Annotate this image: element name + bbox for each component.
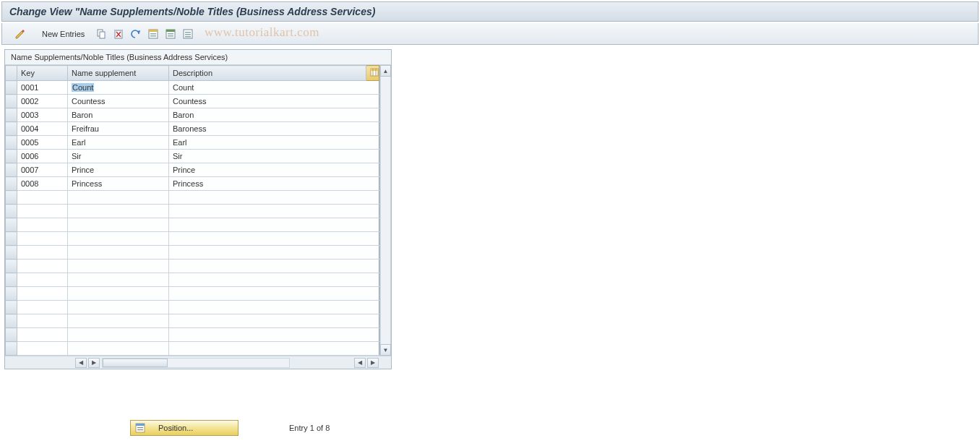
cell-description[interactable]: Baron [169, 108, 379, 122]
cell-empty[interactable] [169, 218, 379, 232]
cell-empty[interactable] [169, 191, 379, 205]
cell-empty[interactable] [68, 328, 169, 342]
configure-columns-button[interactable] [366, 66, 379, 81]
table-row-empty[interactable] [6, 287, 379, 301]
cell-empty[interactable] [169, 205, 379, 218]
cell-empty[interactable] [68, 191, 169, 205]
cell-supplement[interactable]: Princess [68, 177, 169, 191]
vertical-scrollbar[interactable]: ▲ ▼ [379, 65, 391, 356]
table-row-empty[interactable] [6, 314, 379, 328]
column-header-key[interactable]: Key [17, 66, 68, 81]
cell-empty[interactable] [17, 314, 68, 328]
row-selector[interactable] [6, 301, 17, 314]
cell-description[interactable]: Sir [169, 150, 379, 163]
cell-empty[interactable] [17, 273, 68, 287]
table-row-empty[interactable] [6, 191, 379, 205]
cell-description[interactable]: Countess [169, 95, 379, 108]
scroll-up-button[interactable]: ▲ [380, 65, 391, 77]
table-row[interactable]: 0004FreifrauBaroness [6, 122, 379, 136]
row-selector[interactable] [6, 81, 17, 95]
cell-empty[interactable] [169, 301, 379, 314]
cell-empty[interactable] [17, 246, 68, 260]
column-header-description[interactable]: Description [169, 66, 366, 81]
cell-empty[interactable] [169, 287, 379, 301]
copy-as-button[interactable] [94, 27, 108, 41]
cell-empty[interactable] [68, 260, 169, 273]
table-row[interactable]: 0003BaronBaron [6, 108, 379, 122]
cell-description[interactable]: Baroness [169, 122, 379, 136]
table-row[interactable]: 0002CountessCountess [6, 95, 379, 108]
cell-key[interactable]: 0006 [17, 150, 68, 163]
cell-key[interactable]: 0003 [17, 108, 68, 122]
cell-supplement[interactable]: Countess [68, 95, 169, 108]
cell-key[interactable]: 0004 [17, 122, 68, 136]
cell-description[interactable]: Earl [169, 136, 379, 150]
table-row-empty[interactable] [6, 342, 379, 356]
position-button[interactable]: Position... [130, 420, 238, 436]
cell-empty[interactable] [17, 287, 68, 301]
scroll-down-button[interactable]: ▼ [380, 344, 391, 356]
row-selector[interactable] [6, 314, 17, 328]
row-selector[interactable] [6, 260, 17, 273]
other-view-button[interactable] [8, 26, 33, 42]
cell-empty[interactable] [169, 246, 379, 260]
cell-supplement[interactable]: Count [68, 81, 169, 95]
cell-description[interactable]: Princess [169, 177, 379, 191]
table-row-empty[interactable] [6, 260, 379, 273]
cell-empty[interactable] [17, 218, 68, 232]
cell-supplement[interactable]: Sir [68, 150, 169, 163]
row-selector[interactable] [6, 218, 17, 232]
table-row[interactable]: 0005EarlEarl [6, 136, 379, 150]
cell-empty[interactable] [169, 232, 379, 246]
table-row[interactable]: 0001CountCount [6, 81, 379, 95]
row-selector[interactable] [6, 150, 17, 163]
row-selector[interactable] [6, 95, 17, 108]
table-row-empty[interactable] [6, 246, 379, 260]
scroll-first-button[interactable]: ▶ [88, 358, 100, 368]
scroll-track[interactable] [380, 77, 391, 344]
row-selector[interactable] [6, 205, 17, 218]
cell-empty[interactable] [68, 273, 169, 287]
cell-empty[interactable] [17, 260, 68, 273]
row-selector[interactable] [6, 342, 17, 356]
table-row-empty[interactable] [6, 273, 379, 287]
cell-key[interactable]: 0002 [17, 95, 68, 108]
h-scroll-thumb[interactable] [103, 359, 168, 367]
cell-empty[interactable] [68, 301, 169, 314]
cell-empty[interactable] [68, 314, 169, 328]
undo-button[interactable] [129, 27, 143, 41]
row-selector[interactable] [6, 191, 17, 205]
scroll-right-button[interactable]: ▶ [367, 358, 379, 368]
select-block-button[interactable] [163, 27, 178, 41]
row-selector[interactable] [6, 136, 17, 150]
cell-empty[interactable] [17, 342, 68, 356]
table-row[interactable]: 0006SirSir [6, 150, 379, 163]
cell-empty[interactable] [68, 232, 169, 246]
cell-key[interactable]: 0007 [17, 163, 68, 177]
cell-empty[interactable] [169, 314, 379, 328]
select-all-button[interactable] [146, 27, 160, 41]
cell-supplement[interactable]: Freifrau [68, 122, 169, 136]
cell-empty[interactable] [17, 232, 68, 246]
row-selector[interactable] [6, 108, 17, 122]
table-row-empty[interactable] [6, 205, 379, 218]
cell-empty[interactable] [68, 287, 169, 301]
data-grid[interactable]: Key Name supplement Description 0001Coun… [5, 65, 379, 356]
cell-empty[interactable] [68, 218, 169, 232]
cell-empty[interactable] [17, 191, 68, 205]
cell-empty[interactable] [169, 260, 379, 273]
cell-key[interactable]: 0001 [17, 81, 68, 95]
row-selector[interactable] [6, 163, 17, 177]
table-row-empty[interactable] [6, 301, 379, 314]
h-scroll-track[interactable] [102, 358, 290, 368]
horizontal-scrollbar[interactable]: ◀ ▶ ◀ ▶ [5, 356, 391, 369]
cell-empty[interactable] [169, 342, 379, 356]
table-row-empty[interactable] [6, 328, 379, 342]
cell-supplement[interactable]: Earl [68, 136, 169, 150]
scroll-prev-button[interactable]: ◀ [354, 358, 366, 368]
column-header-supplement[interactable]: Name supplement [68, 66, 169, 81]
cell-key[interactable]: 0005 [17, 136, 68, 150]
row-selector[interactable] [6, 328, 17, 342]
cell-empty[interactable] [68, 246, 169, 260]
cell-empty[interactable] [169, 273, 379, 287]
